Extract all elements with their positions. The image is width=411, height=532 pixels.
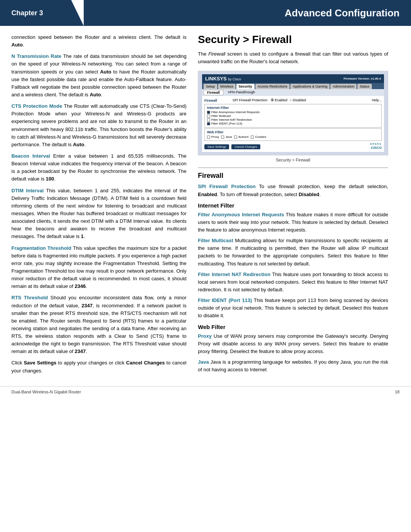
- ss-activex-box: [234, 136, 237, 139]
- ss-firewall-label: Firewall: [204, 98, 231, 102]
- ss-check-java: Java: [221, 135, 232, 139]
- ss-internet-filter-title: Internet Filter: [207, 106, 379, 110]
- ss-check-ident-box: [207, 122, 210, 125]
- ss-apps-tab: Applications & Gaming: [290, 84, 330, 89]
- nav-tabs: Setup Wireless Security Access Restricti…: [202, 83, 384, 89]
- n-transmission-para: N Transmission Rate The rate of data tra…: [11, 53, 186, 99]
- ss-enabled-option: ⦿ Enabled: [271, 98, 288, 102]
- intro-para: connection speed between the Router and …: [11, 34, 186, 49]
- page-title: Advanced Configuration: [84, 0, 411, 26]
- beacon-para: Beacon Interval Enter a value between 1 …: [11, 152, 186, 183]
- java-term: Java: [198, 359, 209, 365]
- screenshot-caption: Security > Firewall: [198, 158, 388, 162]
- ss-web-filter-title: Web Filter: [207, 130, 379, 134]
- left-column: connection speed between the Router and …: [11, 34, 186, 379]
- filter-multicast-para: Filter Multicast Multicasting allows for…: [198, 237, 388, 268]
- filter-nat-term: Filter Internet NAT Redirection: [198, 272, 271, 277]
- ss-check-multicast-label: Filter Multicast: [211, 114, 231, 118]
- page-number: 18: [395, 390, 400, 394]
- page-footer: Dual-Band Wireless-N Gigabit Router 18: [0, 386, 411, 397]
- ss-check-nat-box: [207, 118, 210, 121]
- right-column: Security > Firewall The Firewall screen …: [198, 34, 388, 379]
- ss-web-filter-box: Web Filter Proxy Java: [204, 128, 382, 141]
- product-name: Dual-Band Wireless-N Gigabit Router: [11, 390, 81, 394]
- ss-java-box: [221, 136, 224, 139]
- spi-para: SPI Firewall Protection To use firewall …: [198, 183, 388, 198]
- screenshot-inner: LINKSYS by Cisco Firmware Version: v1.00…: [198, 71, 388, 155]
- spi-term: SPI Firewall Protection: [198, 184, 256, 189]
- ss-check-anon-box: [207, 111, 210, 114]
- ss-disabled-option: ○ Disabled: [290, 98, 306, 102]
- dtim-para: DTIM Interval This value, between 1 and …: [11, 187, 186, 241]
- ss-buttons: Save Settings Cancel Changes: [204, 144, 260, 149]
- firewall-heading: Firewall: [198, 172, 388, 180]
- ss-check-proxy: Proxy: [207, 135, 219, 139]
- ss-web-checks: Proxy Java ActiveX: [207, 135, 379, 139]
- ss-check-multicast-box: [207, 115, 210, 118]
- ss-check-nat: Filter Internet NAT Redirection: [207, 118, 379, 121]
- proxy-para: Proxy Use of WAN proxy servers may compr…: [198, 332, 388, 355]
- ss-cancel-button[interactable]: Cancel Changes: [231, 144, 260, 149]
- ui-screenshot: LINKSYS by Cisco Firmware Version: v1.00…: [198, 71, 388, 155]
- chapter-text: Chapter 3: [11, 9, 43, 17]
- filter-ident-para: Filter IDENT (Port 113) This feature kee…: [198, 297, 388, 320]
- ss-access-tab: Access Restrictions: [255, 84, 290, 89]
- ss-spi-row: SPI Firewall Protection: ⦿ Enabled ○ Dis…: [233, 98, 382, 102]
- security-firewall-title: Security > Firewall: [198, 34, 388, 46]
- ss-check-anon: Filter Anonymous Internet Requests: [207, 110, 379, 114]
- java-para: Java Java is a programming language for …: [198, 358, 388, 374]
- page-header: Chapter 3 Advanced Configuration: [0, 0, 411, 26]
- ss-spi-label: SPI Firewall Protection:: [233, 98, 268, 102]
- content-area: connection speed between the Router and …: [0, 34, 411, 379]
- ss-firewall-fields: SPI Firewall Protection: ⦿ Enabled ○ Dis…: [233, 98, 382, 102]
- ss-check-cookies: Cookies: [251, 135, 266, 139]
- ss-bottom-row: Save Settings Cancel Changes ahaha CISCO: [204, 142, 382, 150]
- ss-status-tab: Status: [357, 84, 372, 89]
- rts-para: RTS Threshold Should you encounter incon…: [11, 294, 186, 355]
- ss-check-nat-label: Filter Internet NAT Redirection: [211, 118, 252, 121]
- cisco-logo-area: ahaha CISCO: [370, 142, 382, 150]
- ss-admin-tab: Administration: [330, 84, 357, 89]
- ss-check-ident: Filter IDENT (Port 113): [207, 122, 379, 125]
- web-filter-heading: Web Filter: [198, 324, 388, 330]
- rts-term: RTS Threshold: [11, 295, 48, 300]
- filter-anon-term: Filter Anonymous Internet Requests: [198, 212, 284, 217]
- ss-security-tab: Security: [236, 84, 255, 89]
- ss-firewall-row: Firewall SPI Firewall Protection: ⦿ Enab…: [204, 98, 382, 102]
- chapter-label: Chapter 3: [0, 0, 84, 26]
- cts-term: CTS Protection Mode: [11, 103, 62, 109]
- firmware-version: Firmware Version: v1.00.4: [344, 77, 381, 80]
- beacon-term: Beacon Interval: [11, 153, 50, 159]
- save-settings-para: Click Save Settings to apply your change…: [11, 359, 186, 374]
- linksys-logo: LINKSYS by Cisco: [205, 76, 241, 81]
- n-transmission-term: N Transmission Rate: [11, 53, 61, 59]
- filter-nat-para: Filter Internet NAT Redirection This fea…: [198, 271, 388, 294]
- ss-cookies-box: [251, 136, 254, 139]
- fragmentation-para: Fragmentation Threshold This value speci…: [11, 244, 186, 291]
- firewall-intro: The Firewall screen is used to configure…: [198, 50, 388, 66]
- ss-main-content: Firewall SPI Firewall Protection: ⦿ Enab…: [202, 96, 384, 152]
- ss-setup-tab: Setup: [204, 84, 217, 89]
- ss-help-btn: Help...: [372, 98, 382, 102]
- filter-anon-para: Filter Anonymous Internet Requests This …: [198, 211, 388, 234]
- proxy-term: Proxy: [198, 333, 212, 339]
- firewall-divider: [198, 168, 388, 168]
- ss-check-anon-label: Filter Anonymous Internet Requests: [211, 110, 260, 114]
- ss-proxy-box: [207, 136, 210, 139]
- ss-check-multicast: Filter Multicast: [207, 114, 379, 118]
- cts-para: CTS Protection Mode The Router will auto…: [11, 102, 186, 149]
- ss-wireless-tab: Wireless: [218, 84, 236, 89]
- firewall-subtab: Firewall: [204, 90, 223, 95]
- fragmentation-term: Fragmentation Threshold: [11, 245, 71, 251]
- filter-multicast-term: Filter Multicast: [198, 238, 233, 243]
- internet-filter-heading: Internet Filter: [198, 202, 388, 209]
- filter-ident-term: Filter IDENT (Port 113): [198, 297, 252, 303]
- ss-check-ident-label: Filter IDENT (Port 113): [211, 122, 242, 125]
- sub-tabs: Firewall VPN Passthrough: [202, 89, 384, 96]
- ss-internet-filter-box: Internet Filter Filter Anonymous Interne…: [204, 104, 382, 128]
- ss-check-activex: ActiveX: [234, 135, 249, 139]
- vpn-subtab: VPN Passthrough: [225, 90, 258, 95]
- ss-save-button[interactable]: Save Settings: [204, 144, 229, 149]
- cisco-logo: ahaha CISCO: [370, 142, 382, 150]
- linksys-bar: LINKSYS by Cisco Firmware Version: v1.00…: [202, 74, 384, 83]
